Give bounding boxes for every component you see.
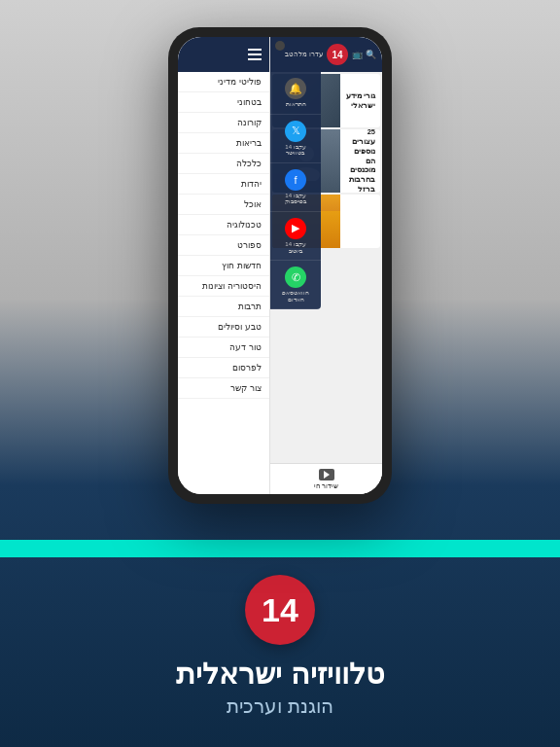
youtube-label: עקבו 14ביוטיב — [285, 241, 305, 254]
content-header: עדרו מלהטב 14 📺 🔍 — [270, 37, 382, 72]
sidebar-item-opinion[interactable]: טור דעה — [178, 338, 269, 358]
sidebar-item-history[interactable]: היסטוריה וציונות — [178, 276, 269, 297]
whatsapp-item[interactable]: ✆ הוואטסאפהאדום — [270, 261, 321, 309]
live-tv-tab[interactable]: שידור חי — [314, 469, 339, 490]
channel14-logo: 14 — [245, 575, 315, 645]
sidebar-item-judaism[interactable]: יהדות — [178, 174, 269, 195]
news-headline-1: גורי מידע ישראלי — [345, 91, 375, 111]
sidebar-item-culture[interactable]: תרבות — [178, 297, 269, 317]
tab-bar: שידור חי — [270, 463, 382, 494]
notifications-item[interactable]: 🔔 התראות — [270, 72, 321, 115]
youtube-item[interactable]: ▶ עקבו 14ביוטיב — [270, 212, 321, 261]
sidebar-header — [178, 37, 269, 72]
main-title: טלוויזיה ישראלית — [176, 657, 383, 691]
sidebar-item-political[interactable]: פוליטי מדיני — [178, 72, 269, 92]
sub-title: הוגנת וערכית — [227, 694, 333, 718]
channel14-logo-header: 14 — [327, 44, 348, 65]
twitter-item[interactable]: 𝕏 עקבו 14בטוויטר — [270, 115, 321, 163]
tv-icon: 📺 — [352, 50, 363, 59]
news-headline-2: 25 עצורים נוספים הם מוכנסים בחרבות ברזל — [345, 129, 375, 193]
news-text-2: 25 עצורים נוספים הם מוכנסים בחרבות ברזל — [340, 129, 380, 193]
social-panel: 🔔 התראות 𝕏 עקבו 14בטוויטר f עקבו 14בפייס… — [270, 72, 321, 309]
sidebar-item-technology[interactable]: טכנולוגיה — [178, 215, 269, 235]
header-text: עדרו מלהטב — [285, 51, 323, 58]
bell-icon: 🔔 — [285, 78, 306, 99]
bottom-section: 14 טלוויזיה ישראלית הוגנת וערכית — [0, 543, 560, 747]
sidebar-item-corona[interactable]: קורונה — [178, 113, 269, 133]
hamburger-icon[interactable] — [248, 49, 262, 60]
notifications-label: התראות — [286, 101, 306, 108]
content-area: עדרו מלהטב 14 📺 🔍 🔔 התראות 𝕏 עק — [270, 37, 382, 494]
phone-camera — [275, 41, 285, 51]
live-tv-label: שידור חי — [314, 482, 339, 490]
phone-mockup: פוליטי מדיני בטחוני קורונה בריאות כלכלה … — [168, 27, 392, 504]
youtube-icon: ▶ — [285, 218, 306, 239]
sidebar-item-economy[interactable]: כלכלה — [178, 154, 269, 174]
phone-screen: פוליטי מדיני בטחוני קורונה בריאות כלכלה … — [178, 37, 382, 494]
twitter-icon: 𝕏 — [285, 121, 306, 142]
search-icon[interactable]: 🔍 — [366, 50, 376, 59]
facebook-icon: f — [285, 169, 306, 191]
sidebar-item-contact[interactable]: צור קשר — [178, 378, 269, 399]
sidebar-item-advertising[interactable]: לפרסום — [178, 358, 269, 378]
facebook-label: עקבו 14בפייסבוק — [285, 193, 306, 205]
facebook-item[interactable]: f עקבו 14בפייסבוק — [270, 163, 321, 212]
sidebar: פוליטי מדיני בטחוני קורונה בריאות כלכלה … — [178, 37, 270, 494]
sidebar-item-health[interactable]: בריאות — [178, 133, 269, 154]
sidebar-items: פוליטי מדיני בטחוני קורונה בריאות כלכלה … — [178, 72, 269, 494]
sidebar-item-foreign[interactable]: חדשות חוץ — [178, 256, 269, 276]
phone-outer: פוליטי מדיני בטחוני קורונה בריאות כלכלה … — [168, 27, 392, 504]
sidebar-item-nature[interactable]: טבע וסיולים — [178, 317, 269, 338]
news-text-3 — [340, 195, 380, 248]
news-text-1: גורי מידע ישראלי — [340, 74, 380, 127]
twitter-label: עקבו 14בטוויטר — [285, 144, 305, 157]
sidebar-item-sport[interactable]: ספורט — [178, 235, 269, 256]
sidebar-item-security[interactable]: בטחוני — [178, 92, 269, 113]
whatsapp-label: הוואטסאפהאדום — [282, 290, 309, 302]
whatsapp-icon: ✆ — [285, 267, 306, 288]
sidebar-item-food[interactable]: אוכל — [178, 195, 269, 215]
